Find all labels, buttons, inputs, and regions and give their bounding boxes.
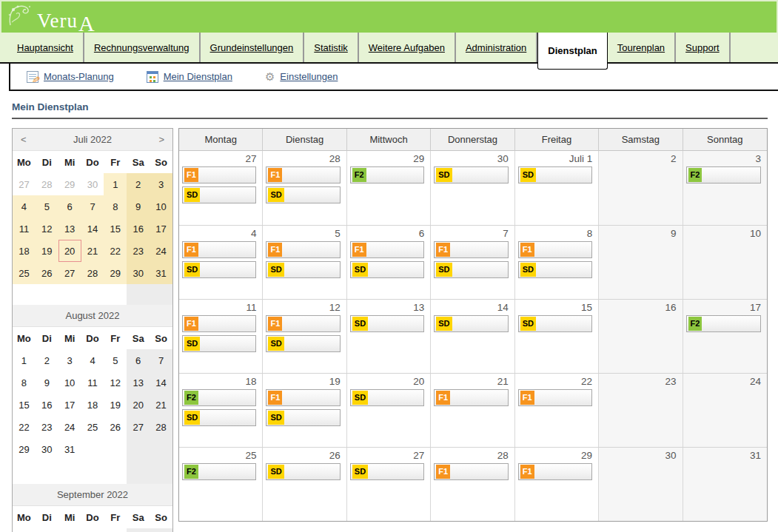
mini-day[interactable]: 4 (81, 349, 104, 371)
day-cell[interactable]: 29F2 (347, 151, 431, 225)
shift-event[interactable]: F1 (266, 166, 340, 183)
shift-event[interactable]: SD (266, 409, 340, 426)
shift-event[interactable]: SD (182, 409, 256, 426)
mini-day[interactable]: 19 (104, 394, 127, 416)
mini-day[interactable] (127, 438, 150, 460)
mini-day[interactable]: 4 (13, 195, 36, 218)
mini-day[interactable]: 12 (36, 218, 58, 240)
mini-day[interactable]: 3 (127, 528, 150, 532)
mini-day[interactable]: 25 (13, 262, 36, 284)
mini-day[interactable]: 3 (150, 173, 172, 195)
shift-event[interactable]: F1 (518, 389, 592, 406)
shift-event[interactable]: F1 (518, 241, 592, 258)
mini-day[interactable]: 30 (36, 438, 58, 460)
mini-day[interactable]: 2 (36, 349, 58, 371)
mini-day[interactable]: 21 (150, 394, 172, 416)
tab-weitere-aufgaben[interactable]: Weitere Aufgaben (359, 33, 456, 62)
day-cell[interactable]: 18F2SD (179, 374, 263, 447)
shift-event[interactable]: F1 (518, 463, 592, 480)
mini-day[interactable] (150, 438, 172, 460)
day-cell[interactable]: 7F1SD (431, 226, 514, 299)
mini-day[interactable]: 3 (58, 349, 81, 371)
mini-day[interactable]: 18 (13, 240, 36, 262)
mini-day[interactable]: 8 (13, 371, 36, 394)
day-cell[interactable]: 10 (683, 226, 767, 299)
shift-event[interactable]: SD (434, 166, 508, 183)
mini-day[interactable]: 28 (36, 173, 58, 195)
mini-day[interactable]: 27 (13, 173, 36, 195)
day-cell[interactable]: 27F1SD (179, 151, 263, 225)
mini-day[interactable]: 31 (58, 438, 81, 460)
day-cell[interactable]: 20SD (347, 374, 431, 447)
day-cell[interactable]: 16 (599, 300, 683, 373)
day-cell[interactable]: 31 (683, 448, 767, 521)
mini-day[interactable]: 16 (36, 394, 58, 416)
mini-day[interactable]: 10 (150, 195, 172, 218)
shift-event[interactable]: SD (518, 166, 592, 183)
shift-event[interactable]: F2 (686, 315, 761, 332)
mini-day[interactable]: 30 (81, 173, 104, 195)
mini-day[interactable]: 1 (81, 528, 104, 532)
day-cell[interactable]: Juli 1SD (515, 151, 599, 225)
shift-event[interactable]: SD (518, 261, 592, 278)
mini-day[interactable]: 15 (104, 218, 127, 240)
day-cell[interactable]: 30SD (431, 151, 514, 225)
shift-event[interactable]: SD (266, 463, 340, 480)
shift-event[interactable]: F2 (686, 166, 761, 183)
tab-grundeinstellungen[interactable]: Grundeinstellungen (201, 33, 305, 62)
day-cell[interactable]: 3F2 (683, 151, 767, 225)
shift-event[interactable]: F2 (182, 389, 256, 406)
mini-day[interactable]: 7 (81, 195, 104, 218)
day-cell[interactable]: 15SD (515, 300, 599, 373)
shift-event[interactable]: F2 (350, 166, 424, 183)
mini-day[interactable]: 22 (104, 240, 127, 262)
tab-support[interactable]: Support (676, 33, 731, 62)
shift-event[interactable]: F1 (266, 241, 340, 258)
mini-day[interactable]: 31 (150, 262, 172, 284)
tab-dienstplan[interactable]: Dienstplan (537, 33, 607, 70)
mini-day[interactable]: 20 (127, 394, 150, 416)
shift-event[interactable]: SD (350, 389, 424, 406)
shift-event[interactable]: F1 (182, 315, 256, 332)
mini-day[interactable] (13, 528, 36, 532)
day-cell[interactable]: 19F1SD (263, 374, 346, 447)
shift-event[interactable]: SD (350, 463, 424, 480)
mini-day-today[interactable]: 20 (58, 240, 81, 262)
day-cell[interactable]: 6F1SD (347, 226, 431, 299)
mini-day[interactable]: 9 (36, 371, 58, 394)
mini-day[interactable]: 17 (58, 394, 81, 416)
mini-day[interactable]: 14 (150, 371, 172, 394)
day-cell[interactable]: 28F1 (431, 448, 514, 521)
mini-day[interactable]: 4 (150, 528, 172, 532)
day-cell[interactable]: 14SD (431, 300, 514, 373)
monats-planung-link[interactable]: Monats-Planung (27, 71, 114, 83)
shift-event[interactable]: F1 (182, 166, 256, 183)
mini-day[interactable]: 14 (81, 218, 104, 240)
mini-day[interactable]: 11 (81, 371, 104, 394)
mini-day[interactable]: 13 (127, 371, 150, 394)
day-cell[interactable]: 28F1SD (263, 151, 346, 225)
shift-event[interactable]: SD (182, 335, 256, 352)
mini-day[interactable]: 1 (13, 349, 36, 371)
shift-event[interactable]: F1 (434, 389, 508, 406)
tab-tourenplan[interactable]: Tourenplan (608, 33, 676, 62)
mini-day[interactable] (104, 438, 127, 460)
shift-event[interactable]: SD (266, 186, 340, 203)
day-cell[interactable]: 12F1SD (263, 300, 346, 373)
prev-month-button[interactable]: < (21, 134, 30, 145)
mini-day[interactable]: 5 (104, 349, 127, 371)
mini-day[interactable]: 24 (58, 416, 81, 438)
mini-day[interactable]: 9 (127, 195, 150, 218)
shift-event[interactable]: SD (434, 261, 508, 278)
day-cell[interactable]: 17F2 (683, 300, 767, 373)
shift-event[interactable]: SD (182, 261, 256, 278)
mini-day[interactable]: 16 (127, 218, 150, 240)
day-cell[interactable]: 25F2 (179, 448, 263, 521)
tab-hauptansicht[interactable]: Hauptansicht (7, 33, 84, 62)
mini-day[interactable]: 19 (36, 240, 58, 262)
day-cell[interactable]: 5F1SD (263, 226, 346, 299)
day-cell[interactable]: 22F1 (515, 374, 599, 447)
mini-day[interactable] (58, 528, 81, 532)
mini-day[interactable]: 10 (58, 371, 81, 394)
day-cell[interactable]: 27SD (347, 448, 431, 521)
